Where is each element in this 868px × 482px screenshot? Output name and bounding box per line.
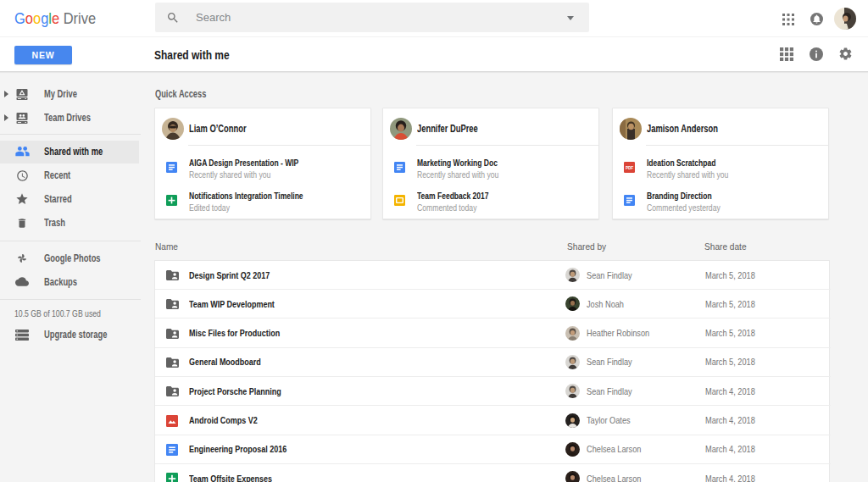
svg-text:PDF: PDF — [626, 166, 633, 170]
